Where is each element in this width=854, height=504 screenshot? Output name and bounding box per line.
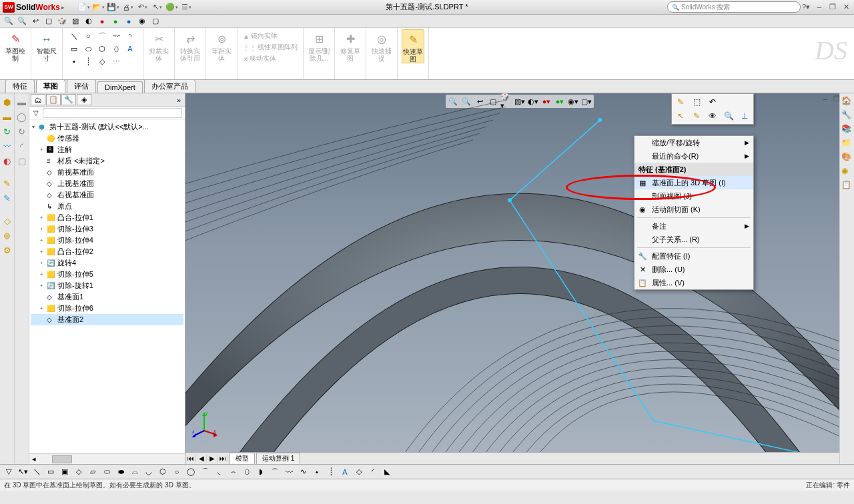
- bt-peri-circle-icon[interactable]: ◯: [185, 467, 197, 477]
- context-menu-item[interactable]: ✕删除... (U): [634, 263, 753, 276]
- maximize-button[interactable]: ❐: [827, 3, 838, 11]
- bt-tarc-icon[interactable]: ◟: [213, 467, 225, 477]
- rect-icon[interactable]: ▭: [68, 43, 80, 54]
- section-icon[interactable]: ▢: [43, 16, 55, 27]
- move-button[interactable]: ⤮ 移动实体: [243, 53, 298, 64]
- tab-evaluate[interactable]: 评估: [67, 79, 96, 93]
- mirror-button[interactable]: ▲ 镜向实体: [243, 31, 298, 41]
- panel-hscroll[interactable]: ◂: [29, 453, 185, 464]
- centerline-icon[interactable]: ┊: [82, 56, 94, 67]
- loft-icon[interactable]: ◐: [1, 155, 13, 167]
- bt-ellipse-icon[interactable]: ⬯: [241, 467, 253, 477]
- toggle-icon[interactable]: ▢: [149, 16, 161, 27]
- ctx-select-icon[interactable]: ↖: [674, 110, 687, 122]
- bt-3pt-rect-icon[interactable]: ◇: [73, 467, 85, 477]
- render-icon[interactable]: ◉: [136, 16, 148, 27]
- nav-last-icon[interactable]: ⏭: [218, 455, 228, 462]
- quick-sketch-button[interactable]: ✎快速草 图: [402, 29, 424, 63]
- context-menu-item[interactable]: 缩放/平移/旋转▶: [634, 136, 753, 149]
- config-icon[interactable]: ⚙: [1, 244, 13, 256]
- fillet-icon[interactable]: ◝: [124, 31, 136, 41]
- context-menu-item[interactable]: ▦基准面上的 3D 草图 (I): [634, 176, 753, 189]
- save-icon[interactable]: 💾▾: [107, 2, 119, 13]
- plane-icon[interactable]: ◇: [96, 56, 108, 67]
- display-delete-button[interactable]: ⊞显示/删 除几...: [308, 29, 330, 62]
- revolve-icon[interactable]: ↻: [1, 125, 13, 137]
- context-menu-item[interactable]: ◉活动剖切面 (K): [634, 203, 753, 216]
- tree-item[interactable]: ↳原点: [31, 201, 183, 212]
- bt-plane2-icon[interactable]: ◇: [353, 467, 365, 477]
- close-button[interactable]: ✕: [841, 3, 851, 11]
- nav-prev-icon[interactable]: ◀: [196, 455, 207, 462]
- view-settings-icon[interactable]: ●: [123, 16, 135, 27]
- bt-arc-slot-icon[interactable]: ◡: [143, 467, 155, 477]
- appearance-icon[interactable]: ●: [96, 16, 108, 27]
- tools-icon[interactable]: 🔧: [841, 110, 853, 122]
- tree-item[interactable]: +🟨切除-拉伸3: [31, 223, 183, 235]
- context-menu-item[interactable]: 备注▶: [634, 219, 753, 233]
- context-menu-item[interactable]: 剖面视图 (J): [634, 189, 753, 203]
- context-menu-item[interactable]: 📋属性... (V): [634, 276, 753, 289]
- open-file-icon[interactable]: 📂▾: [93, 2, 105, 13]
- tree-item[interactable]: +🅰注解: [31, 144, 183, 155]
- tree-item[interactable]: ◇基准面1: [31, 291, 183, 303]
- cut-extrude-icon[interactable]: ▬: [16, 96, 28, 108]
- custom-props-icon[interactable]: 📋: [841, 180, 853, 192]
- extrude-icon[interactable]: ▬: [1, 111, 13, 123]
- bt-text-icon[interactable]: A: [339, 467, 351, 477]
- tree-item[interactable]: ◇上视基准面: [31, 178, 183, 189]
- tree-item[interactable]: ≡材质 <未指定>: [31, 155, 183, 167]
- bt-3parc-icon[interactable]: ⌢: [227, 467, 239, 477]
- bt-3pslot-icon[interactable]: ⌓: [129, 467, 141, 477]
- tree-root[interactable]: ▾⬢第十五题-测试 (默认<<默认>...: [31, 121, 183, 133]
- nav-first-icon[interactable]: ⏮: [185, 455, 196, 462]
- sketch-icon[interactable]: ✎: [1, 177, 13, 189]
- new-file-icon[interactable]: 📄▾: [78, 2, 90, 13]
- trim-button[interactable]: ✂剪裁实 体: [147, 29, 170, 62]
- hole-icon[interactable]: ◯: [16, 111, 28, 123]
- help-icon[interactable]: ?▾: [801, 3, 811, 11]
- tab-model[interactable]: 模型: [230, 453, 255, 465]
- bt-circle-icon[interactable]: ○: [171, 467, 183, 477]
- spline-icon[interactable]: 〰: [110, 31, 122, 41]
- display-style-icon[interactable]: ▨: [69, 16, 81, 27]
- smart-dim-button[interactable]: ↔智能尺 寸: [35, 29, 58, 62]
- nav-next-icon[interactable]: ▶: [207, 455, 218, 462]
- view-orient-icon[interactable]: 🎲: [56, 16, 68, 27]
- bt-pellipse-icon[interactable]: ◗: [255, 467, 267, 477]
- feature-icon[interactable]: ⬢: [1, 96, 13, 108]
- text-icon[interactable]: A: [124, 43, 136, 54]
- file-explorer-icon[interactable]: 📁: [841, 138, 853, 150]
- ctx-3d-icon[interactable]: ⬚: [690, 96, 703, 108]
- ctx-eye-icon[interactable]: 👁: [706, 110, 719, 122]
- repair-button[interactable]: ✚修复草 图: [339, 29, 362, 62]
- tree-item[interactable]: 🟡传感器: [31, 133, 183, 144]
- bt-center-rect-icon[interactable]: ▣: [59, 467, 71, 477]
- convert-button[interactable]: ⇄转换实 体引用: [179, 29, 201, 62]
- bt-filter-icon[interactable]: ▽: [3, 467, 15, 477]
- bt-cl-icon[interactable]: ┊: [325, 467, 337, 477]
- tree-item[interactable]: +🟨切除-拉伸4: [31, 235, 183, 246]
- tree-item[interactable]: +🟨切除-拉伸6: [31, 303, 183, 314]
- bt-para-icon[interactable]: ▱: [87, 467, 99, 477]
- feature-tree-tab[interactable]: 🗂: [31, 94, 45, 105]
- ctx-normal-icon[interactable]: ⊥: [738, 110, 751, 122]
- bt-spline-icon[interactable]: 〰: [283, 467, 295, 477]
- bt-chamfer-icon[interactable]: ◣: [381, 467, 393, 477]
- tab-motion[interactable]: 运动算例 1: [256, 453, 300, 465]
- tree-item[interactable]: +🔄切除-旋转1: [31, 280, 183, 291]
- bt-select-icon[interactable]: ↖▾: [17, 467, 29, 477]
- bt-poly-icon[interactable]: ⬡: [157, 467, 169, 477]
- tab-feature[interactable]: 特征: [5, 79, 35, 93]
- fillet-tool-icon[interactable]: ◜: [16, 140, 28, 152]
- undo-icon[interactable]: ↶▾: [137, 2, 149, 13]
- chevron-down-icon[interactable]: ▸: [61, 4, 65, 11]
- appearances-icon[interactable]: ◉: [841, 166, 853, 178]
- filter-icon[interactable]: ▽: [31, 108, 41, 119]
- scene-icon[interactable]: ●: [109, 16, 121, 27]
- search-input[interactable]: SolidWorks 搜索: [667, 1, 801, 13]
- zoom-area-icon[interactable]: 🔍: [16, 16, 28, 27]
- feature-tree[interactable]: ▾⬢第十五题-测试 (默认<<默认>...🟡传感器+🅰注解≡材质 <未指定>◇前…: [29, 120, 185, 453]
- ctx-zoom-icon[interactable]: 🔍: [722, 110, 735, 122]
- line-icon[interactable]: ＼: [68, 31, 80, 41]
